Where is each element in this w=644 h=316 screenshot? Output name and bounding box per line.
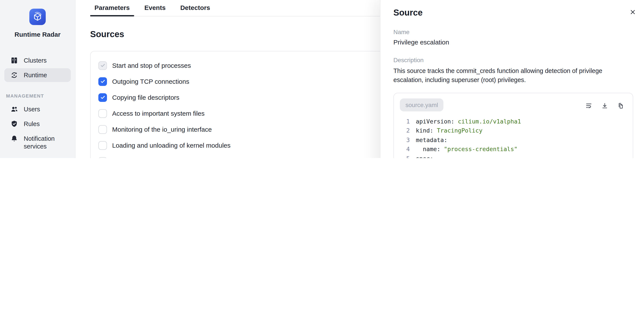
sidebar-nav: ClustersRuntime [0,54,75,82]
yaml-viewer: source.yaml 1apiVersion: cilium.io/v1alp… [394,93,633,158]
code-line: 4 name: "process-credentials" [394,145,633,154]
download-icon [601,102,608,109]
tab-label: Parameters [94,4,130,11]
sidebar-management-nav: UsersRulesNotification services [0,102,75,153]
sidebar: Runtime Radar ClustersRuntime MANAGEMENT… [0,0,76,158]
line-number: 1 [399,117,410,126]
line-number: 4 [399,145,410,154]
source-checkbox[interactable] [98,93,107,102]
checkmark-icon [100,79,106,84]
source-label: Access to important system files [112,110,204,117]
source-checkbox[interactable] [98,157,107,158]
sidebar-section-label: MANAGEMENT [6,93,75,98]
sidebar-item-rules[interactable]: Rules [4,117,71,131]
sidebar-item-label: Runtime [24,71,47,79]
source-checkbox[interactable] [98,77,107,86]
yaml-toolbar [585,102,624,109]
sidebar-item-clusters[interactable]: Clusters [4,54,71,67]
code-text: kind: TracingPolicy [416,126,482,136]
code-text: metadata: [416,136,447,145]
checkmark-icon [100,63,106,68]
file-tab[interactable]: source.yaml [400,98,444,111]
copy-button[interactable] [617,102,624,109]
checkmark-icon [100,95,106,100]
tab-active-indicator [140,15,170,17]
line-number: 5 [399,154,410,158]
sidebar-item-label: Notification services [24,135,71,150]
line-number: 2 [399,126,410,136]
users-icon [10,105,18,113]
app-logo-icon [29,9,46,25]
copy-icon [617,102,624,109]
description-value: This source tracks the commit_creds func… [394,67,626,85]
sidebar-item-users[interactable]: Users [4,102,71,116]
tab-detectors[interactable]: Detectors [176,0,214,16]
wrap-text-icon [585,102,592,109]
description-label: Description [394,57,633,64]
source-label: Loading and unloading of kernel modules [112,142,230,149]
code-line: 5spec: [394,154,633,158]
code-line: 2kind: TracingPolicy [394,126,633,136]
sidebar-item-label: Rules [24,120,40,128]
runtime-icon [10,71,18,79]
source-label: Start and stop of processes [112,62,191,69]
rules-icon [10,120,18,128]
download-button[interactable] [601,102,608,109]
sidebar-item-runtime[interactable]: Runtime [4,68,71,82]
sidebar-item-label: Users [24,105,40,113]
close-icon [629,9,636,16]
line-number: 3 [399,136,410,145]
source-panel: Source Name Privilege escalation Descrip… [380,0,644,158]
app-root: Runtime Radar ClustersRuntime MANAGEMENT… [0,0,644,158]
code-line: 3metadata: [394,136,633,145]
source-label: Monitoring of the io_uring interface [112,126,212,133]
bell-icon [10,135,18,142]
name-value: Privilege escalation [394,39,633,46]
source-checkbox[interactable] [98,61,107,70]
code-line: 1apiVersion: cilium.io/v1alpha1 [394,117,633,126]
tab-label: Detectors [180,4,210,11]
sidebar-item-label: Clusters [24,57,46,64]
name-label: Name [394,29,633,35]
tab-active-indicator [90,15,134,17]
source-checkbox[interactable] [98,141,107,150]
tab-events[interactable]: Events [140,0,170,16]
app-title: Runtime Radar [0,31,75,38]
code-text: apiVersion: cilium.io/v1alpha1 [416,117,521,126]
source-label: Opening of a socket for incoming connect… [112,158,243,158]
source-label: Copying file descriptors [112,94,180,101]
clusters-icon [10,57,18,64]
source-checkbox[interactable] [98,125,107,134]
code-text: spec: [416,154,433,158]
close-panel-button[interactable] [628,8,637,17]
tab-active-indicator [176,15,214,17]
tab-parameters[interactable]: Parameters [90,0,134,16]
panel-title: Source [394,8,633,18]
wrap-text-button[interactable] [585,102,592,109]
sidebar-item-notification-services[interactable]: Notification services [4,132,71,153]
source-checkbox[interactable] [98,109,107,118]
source-label: Outgoing TCP connections [112,78,189,85]
code-text: name: "process-credentials" [416,145,518,154]
tab-label: Events [144,4,166,11]
yaml-code: 1apiVersion: cilium.io/v1alpha12kind: Tr… [394,117,633,158]
